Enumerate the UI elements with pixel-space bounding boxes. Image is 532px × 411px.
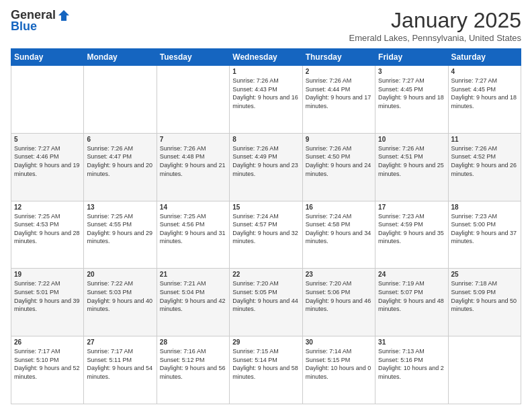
day-number: 8 (232, 136, 299, 143)
day-number: 4 (451, 68, 518, 75)
day-info: Sunrise: 7:20 AMSunset: 5:06 PMDaylight:… (306, 279, 372, 313)
calendar-cell: 12Sunrise: 7:25 AMSunset: 4:53 PMDayligh… (11, 201, 84, 269)
day-number: 11 (451, 136, 518, 143)
day-number: 23 (306, 271, 372, 278)
calendar-cell: 16Sunrise: 7:24 AMSunset: 4:58 PMDayligh… (302, 201, 375, 269)
day-number: 26 (14, 338, 81, 346)
day-info: Sunrise: 7:21 AMSunset: 5:04 PMDaylight:… (160, 279, 226, 313)
calendar-cell: 7Sunrise: 7:26 AMSunset: 4:48 PMDaylight… (157, 133, 229, 201)
day-number: 6 (87, 136, 153, 143)
day-info: Sunrise: 7:26 AMSunset: 4:43 PMDaylight:… (232, 77, 299, 110)
day-info: Sunrise: 7:27 AMSunset: 4:45 PMDaylight:… (378, 77, 445, 110)
day-info: Sunrise: 7:18 AMSunset: 5:09 PMDaylight:… (451, 279, 518, 313)
day-info: Sunrise: 7:13 AMSunset: 5:16 PMDaylight:… (378, 347, 445, 381)
day-number: 25 (451, 271, 518, 278)
day-info: Sunrise: 7:24 AMSunset: 4:57 PMDaylight:… (232, 212, 299, 246)
day-info: Sunrise: 7:15 AMSunset: 5:14 PMDaylight:… (232, 347, 299, 381)
calendar-cell: 4Sunrise: 7:27 AMSunset: 4:45 PMDaylight… (448, 66, 521, 134)
calendar-cell: 15Sunrise: 7:24 AMSunset: 4:57 PMDayligh… (230, 201, 302, 269)
day-number: 15 (232, 203, 299, 211)
day-info: Sunrise: 7:23 AMSunset: 5:00 PMDaylight:… (451, 212, 518, 246)
day-info: Sunrise: 7:25 AMSunset: 4:53 PMDaylight:… (14, 212, 81, 246)
calendar-cell: 31Sunrise: 7:13 AMSunset: 5:16 PMDayligh… (375, 336, 448, 404)
day-number: 31 (378, 338, 445, 346)
day-info: Sunrise: 7:26 AMSunset: 4:47 PMDaylight:… (87, 144, 153, 178)
calendar-cell: 24Sunrise: 7:19 AMSunset: 5:07 PMDayligh… (375, 269, 448, 336)
day-info: Sunrise: 7:17 AMSunset: 5:11 PMDaylight:… (87, 347, 153, 381)
calendar-cell: 14Sunrise: 7:25 AMSunset: 4:56 PMDayligh… (157, 201, 229, 269)
day-number: 21 (160, 271, 226, 278)
day-info: Sunrise: 7:27 AMSunset: 4:46 PMDaylight:… (14, 144, 81, 178)
calendar-cell: 3Sunrise: 7:27 AMSunset: 4:45 PMDaylight… (375, 66, 448, 134)
calendar-cell: 23Sunrise: 7:20 AMSunset: 5:06 PMDayligh… (302, 269, 375, 336)
weekday-header-saturday: Saturday (448, 49, 521, 66)
day-info: Sunrise: 7:23 AMSunset: 4:59 PMDaylight:… (378, 212, 445, 246)
day-number: 17 (378, 203, 445, 211)
month-title: January 2025 (349, 8, 521, 33)
calendar-cell (11, 66, 84, 134)
day-number: 5 (14, 136, 81, 143)
weekday-header-monday: Monday (84, 49, 157, 66)
day-number: 30 (306, 338, 372, 346)
day-number: 28 (160, 338, 226, 346)
day-info: Sunrise: 7:17 AMSunset: 5:10 PMDaylight:… (14, 347, 81, 381)
logo-blue-text: Blue (11, 19, 37, 34)
day-info: Sunrise: 7:25 AMSunset: 4:55 PMDaylight:… (87, 212, 153, 246)
day-number: 14 (160, 203, 226, 211)
day-number: 7 (160, 136, 226, 143)
day-number: 18 (451, 203, 518, 211)
header: General Blue January 2025 Emerald Lakes,… (11, 8, 521, 43)
weekday-header-sunday: Sunday (11, 49, 84, 66)
calendar-cell: 29Sunrise: 7:15 AMSunset: 5:14 PMDayligh… (230, 336, 302, 404)
day-info: Sunrise: 7:26 AMSunset: 4:51 PMDaylight:… (378, 144, 445, 178)
day-number: 1 (232, 68, 299, 75)
weekday-header-wednesday: Wednesday (230, 49, 302, 66)
calendar-cell (157, 66, 229, 134)
calendar-cell: 9Sunrise: 7:26 AMSunset: 4:50 PMDaylight… (302, 133, 375, 201)
day-number: 9 (306, 136, 372, 143)
calendar-cell: 21Sunrise: 7:21 AMSunset: 5:04 PMDayligh… (157, 269, 229, 336)
day-number: 27 (87, 338, 153, 346)
calendar-cell: 8Sunrise: 7:26 AMSunset: 4:49 PMDaylight… (230, 133, 302, 201)
day-number: 12 (14, 203, 81, 211)
title-block: January 2025 Emerald Lakes, Pennsylvania… (349, 8, 521, 43)
day-number: 22 (232, 271, 299, 278)
calendar-cell: 19Sunrise: 7:22 AMSunset: 5:01 PMDayligh… (11, 269, 84, 336)
day-info: Sunrise: 7:24 AMSunset: 4:58 PMDaylight:… (306, 212, 372, 246)
svg-marker-0 (58, 10, 69, 21)
day-info: Sunrise: 7:26 AMSunset: 4:52 PMDaylight:… (451, 144, 518, 178)
day-info: Sunrise: 7:14 AMSunset: 5:15 PMDaylight:… (306, 347, 372, 381)
day-info: Sunrise: 7:22 AMSunset: 5:01 PMDaylight:… (14, 279, 81, 313)
logo: General Blue (11, 8, 71, 34)
day-number: 10 (378, 136, 445, 143)
day-number: 24 (378, 271, 445, 278)
weekday-header-tuesday: Tuesday (157, 49, 229, 66)
calendar-cell: 1Sunrise: 7:26 AMSunset: 4:43 PMDaylight… (230, 66, 302, 134)
calendar-cell: 28Sunrise: 7:16 AMSunset: 5:12 PMDayligh… (157, 336, 229, 404)
calendar-cell: 6Sunrise: 7:26 AMSunset: 4:47 PMDaylight… (84, 133, 157, 201)
logo-icon (57, 9, 71, 22)
weekday-header-friday: Friday (375, 49, 448, 66)
day-info: Sunrise: 7:26 AMSunset: 4:48 PMDaylight:… (160, 144, 226, 178)
day-number: 2 (306, 68, 372, 75)
day-number: 20 (87, 271, 153, 278)
calendar: SundayMondayTuesdayWednesdayThursdayFrid… (11, 48, 521, 404)
day-number: 13 (87, 203, 153, 211)
calendar-cell: 25Sunrise: 7:18 AMSunset: 5:09 PMDayligh… (448, 269, 521, 336)
day-info: Sunrise: 7:19 AMSunset: 5:07 PMDaylight:… (378, 279, 445, 313)
day-number: 16 (306, 203, 372, 211)
calendar-cell: 27Sunrise: 7:17 AMSunset: 5:11 PMDayligh… (84, 336, 157, 404)
calendar-cell: 2Sunrise: 7:26 AMSunset: 4:44 PMDaylight… (302, 66, 375, 134)
day-info: Sunrise: 7:25 AMSunset: 4:56 PMDaylight:… (160, 212, 226, 246)
day-info: Sunrise: 7:26 AMSunset: 4:44 PMDaylight:… (306, 77, 372, 110)
calendar-cell (448, 336, 521, 404)
day-info: Sunrise: 7:26 AMSunset: 4:49 PMDaylight:… (232, 144, 299, 178)
calendar-cell: 22Sunrise: 7:20 AMSunset: 5:05 PMDayligh… (230, 269, 302, 336)
calendar-cell: 20Sunrise: 7:22 AMSunset: 5:03 PMDayligh… (84, 269, 157, 336)
calendar-cell: 18Sunrise: 7:23 AMSunset: 5:00 PMDayligh… (448, 201, 521, 269)
location: Emerald Lakes, Pennsylvania, United Stat… (349, 33, 521, 43)
calendar-cell: 13Sunrise: 7:25 AMSunset: 4:55 PMDayligh… (84, 201, 157, 269)
calendar-cell: 5Sunrise: 7:27 AMSunset: 4:46 PMDaylight… (11, 133, 84, 201)
day-number: 19 (14, 271, 81, 278)
calendar-cell: 11Sunrise: 7:26 AMSunset: 4:52 PMDayligh… (448, 133, 521, 201)
